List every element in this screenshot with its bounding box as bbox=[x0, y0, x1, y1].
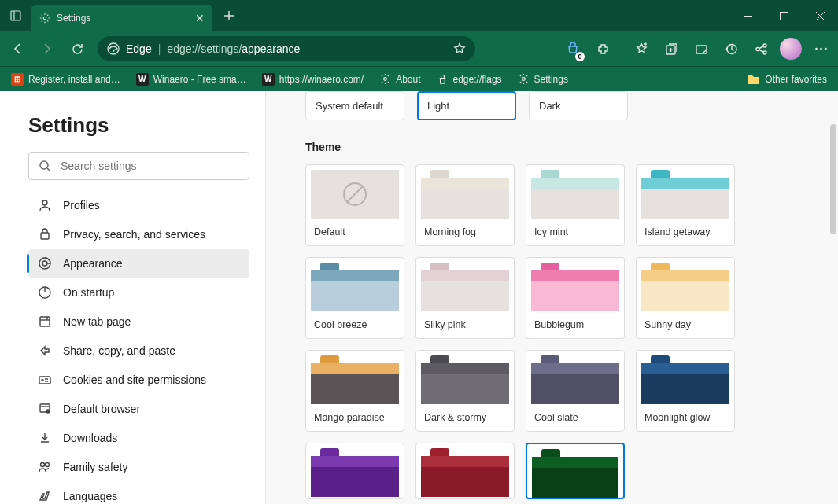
gear-icon bbox=[39, 13, 50, 24]
theme-card-cool-slate[interactable]: Cool slate bbox=[526, 350, 625, 432]
svg-point-45 bbox=[41, 463, 45, 467]
appearance-mode-system-default[interactable]: System default bbox=[305, 91, 404, 120]
nav-label: On startup bbox=[63, 286, 114, 299]
theme-card-sunny-day[interactable]: Sunny day bbox=[636, 257, 735, 339]
settings-search-input[interactable] bbox=[61, 160, 239, 172]
badge-count: 0 bbox=[575, 52, 585, 61]
share-button[interactable] bbox=[747, 35, 775, 63]
no-icon bbox=[343, 182, 367, 206]
browser-tab[interactable]: Settings ✕ bbox=[31, 5, 212, 31]
theme-card-icy-mint[interactable]: Icy mint bbox=[526, 164, 625, 246]
nav-label: Share, copy, and paste bbox=[63, 344, 175, 357]
favorite-star-icon[interactable] bbox=[453, 42, 466, 55]
tab-title: Settings bbox=[57, 13, 90, 24]
collections-button[interactable] bbox=[657, 35, 685, 63]
theme-card-default[interactable]: Default bbox=[305, 164, 404, 246]
nav-item-on-startup[interactable]: On startup bbox=[28, 278, 249, 307]
svg-line-20 bbox=[759, 46, 763, 49]
svg-point-27 bbox=[40, 161, 48, 169]
nav-label: Privacy, search, and services bbox=[63, 228, 205, 241]
refresh-button[interactable] bbox=[63, 35, 91, 63]
bookmark-item[interactable]: ⊞Register, install and… bbox=[5, 70, 127, 89]
favorites-button[interactable] bbox=[627, 35, 655, 63]
back-button[interactable] bbox=[3, 35, 31, 63]
minimize-button[interactable] bbox=[729, 0, 766, 31]
theme-preview bbox=[641, 170, 729, 219]
nav-label: Default browser bbox=[63, 403, 140, 415]
shopping-button[interactable]: 0 bbox=[559, 35, 587, 63]
screenshot-button[interactable] bbox=[687, 35, 715, 63]
nav-label: Appearance bbox=[63, 257, 123, 270]
bookmark-item[interactable]: edge://flags bbox=[430, 70, 508, 88]
svg-point-39 bbox=[42, 380, 43, 381]
address-bar[interactable]: Edge | edge://settings/appearance bbox=[98, 36, 475, 61]
bookmark-item[interactable]: Settings bbox=[511, 70, 574, 88]
svg-point-44 bbox=[46, 410, 50, 413]
nav-item-share-copy-and-paste[interactable]: Share, copy, and paste bbox=[28, 337, 249, 365]
other-favorites[interactable]: Other favorites bbox=[741, 71, 833, 88]
theme-label: Dark & stormy bbox=[416, 404, 514, 431]
theme-card-island-getaway[interactable]: Island getaway bbox=[636, 164, 735, 246]
profile-button[interactable] bbox=[777, 35, 805, 63]
tab-actions-icon[interactable] bbox=[0, 0, 31, 31]
theme-card-moonlight-glow[interactable]: Moonlight glow bbox=[636, 350, 735, 432]
theme-preview bbox=[531, 355, 619, 404]
svg-point-23 bbox=[820, 48, 822, 50]
theme-label: Icy mint bbox=[526, 219, 624, 245]
appearance-mode-dark[interactable]: Dark bbox=[529, 91, 628, 120]
extensions-button[interactable] bbox=[589, 35, 617, 63]
theme-preview bbox=[421, 170, 509, 219]
theme-card-mango-paradise[interactable]: Mango paradise bbox=[305, 350, 404, 432]
addr-url: edge://settings/appearance bbox=[167, 42, 300, 55]
forward-button[interactable] bbox=[33, 35, 61, 63]
theme-label: Mango paradise bbox=[306, 404, 404, 431]
nav-item-languages[interactable]: Languages bbox=[28, 482, 249, 504]
nav-item-privacy-search-and-services[interactable]: Privacy, search, and services bbox=[28, 220, 249, 248]
nav-item-family-safety[interactable]: Family safety bbox=[28, 453, 249, 481]
theme-preview bbox=[641, 355, 729, 404]
bookmark-item[interactable]: Whttps://winaero.com/ bbox=[256, 70, 370, 89]
svg-point-17 bbox=[756, 47, 759, 50]
nav-item-profiles[interactable]: Profiles bbox=[28, 191, 249, 219]
theme-card-dark-stormy[interactable]: Dark & stormy bbox=[415, 350, 515, 432]
maximize-button[interactable] bbox=[766, 0, 802, 31]
theme-card-unnamed[interactable] bbox=[526, 443, 625, 499]
nav-item-appearance[interactable]: Appearance bbox=[28, 249, 249, 278]
nav-item-downloads[interactable]: Downloads bbox=[28, 424, 249, 452]
edge-icon bbox=[107, 42, 120, 55]
appearance-mode-row: System defaultLightDark bbox=[305, 91, 799, 120]
theme-card-morning-fog[interactable]: Morning fog bbox=[415, 164, 515, 246]
appearance-mode-light[interactable]: Light bbox=[417, 91, 516, 120]
history-button[interactable] bbox=[717, 35, 745, 63]
theme-card-unnamed[interactable] bbox=[305, 443, 404, 499]
svg-point-31 bbox=[42, 261, 47, 266]
svg-rect-0 bbox=[11, 11, 20, 20]
settings-search[interactable] bbox=[28, 152, 249, 180]
nav-item-default-browser[interactable]: Default browser bbox=[28, 395, 249, 423]
scrollbar-thumb[interactable] bbox=[830, 124, 836, 234]
nav-item-cookies-and-site-permissions[interactable]: Cookies and site permissions bbox=[28, 366, 249, 394]
bookmark-item[interactable]: About bbox=[373, 70, 426, 88]
theme-card-cool-breeze[interactable]: Cool breeze bbox=[305, 257, 404, 339]
theme-card-silky-pink[interactable]: Silky pink bbox=[415, 257, 515, 339]
theme-label: Bubblegum bbox=[526, 311, 624, 338]
svg-point-18 bbox=[763, 44, 766, 47]
new-tab-button[interactable] bbox=[217, 4, 241, 28]
theme-preview bbox=[421, 355, 509, 404]
close-tab-icon[interactable]: ✕ bbox=[195, 12, 205, 24]
addr-separator: | bbox=[158, 42, 161, 55]
svg-point-46 bbox=[46, 463, 50, 467]
theme-preview bbox=[311, 263, 399, 311]
titlebar: Settings ✕ bbox=[0, 0, 838, 31]
nav-item-new-tab-page[interactable]: New tab page bbox=[28, 307, 249, 336]
theme-card-unnamed[interactable] bbox=[415, 443, 515, 499]
close-window-button[interactable] bbox=[802, 0, 838, 31]
nav-label: Family safety bbox=[63, 461, 127, 473]
menu-button[interactable] bbox=[807, 35, 835, 63]
theme-card-bubblegum[interactable]: Bubblegum bbox=[526, 257, 625, 339]
theme-label: Moonlight glow bbox=[637, 404, 734, 431]
bookmark-item[interactable]: WWinaero - Free sma… bbox=[130, 70, 253, 89]
theme-preview bbox=[532, 449, 618, 498]
svg-point-2 bbox=[43, 17, 46, 20]
settings-heading: Settings bbox=[28, 113, 249, 138]
